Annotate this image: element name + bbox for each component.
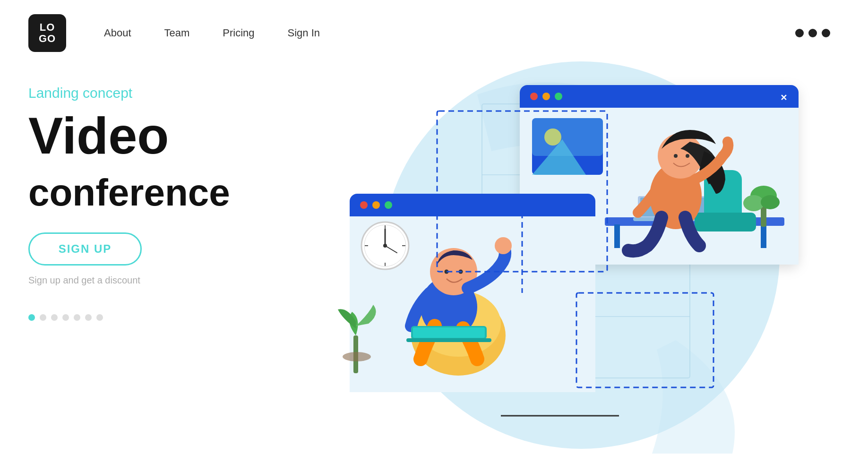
svg-rect-19 (761, 224, 766, 248)
svg-rect-36 (350, 207, 595, 216)
indicator-dot-7[interactable] (96, 314, 103, 321)
indicator-dot-5[interactable] (74, 314, 80, 321)
svg-point-8 (530, 93, 538, 100)
svg-rect-25 (695, 213, 756, 232)
svg-point-33 (761, 195, 780, 209)
hero-illustration: ✕ (265, 66, 868, 463)
svg-rect-7 (520, 98, 799, 108)
menu-dot-3 (822, 29, 830, 37)
nav-pricing[interactable]: Pricing (223, 27, 254, 39)
svg-rect-17 (532, 118, 603, 156)
svg-point-53 (343, 352, 371, 361)
svg-point-10 (555, 93, 562, 100)
nav-about[interactable]: About (104, 27, 131, 39)
svg-rect-61 (406, 338, 491, 342)
hero-title-line2: conference (28, 171, 230, 214)
indicator-dot-1[interactable] (28, 314, 35, 321)
nav-team[interactable]: Team (164, 27, 190, 39)
hero-title-line1: Video (28, 106, 169, 164)
svg-point-39 (385, 201, 392, 209)
svg-point-29 (686, 154, 689, 158)
header: LO GO About Team Pricing Sign In (0, 0, 868, 66)
logo[interactable]: LO GO (28, 14, 66, 52)
illustration-svg: ✕ (250, 57, 841, 454)
indicator-dot-4[interactable] (62, 314, 69, 321)
svg-point-38 (372, 201, 380, 209)
menu-dot-2 (808, 29, 817, 37)
indicator-dot-3[interactable] (51, 314, 58, 321)
hero-section: Landing concept Video conference SIGN UP… (0, 66, 265, 463)
navigation: About Team Pricing Sign In (104, 27, 320, 39)
sign-up-button[interactable]: SIGN UP (28, 232, 142, 266)
slide-indicators (28, 314, 236, 321)
svg-point-37 (360, 201, 368, 209)
menu-dot-1 (795, 29, 804, 37)
discount-text: Sign up and get a discount (28, 275, 236, 286)
svg-rect-60 (413, 327, 485, 338)
svg-point-28 (674, 154, 678, 158)
svg-text:✕: ✕ (780, 93, 787, 103)
indicator-dot-6[interactable] (85, 314, 92, 321)
hero-title: Video conference (28, 110, 236, 214)
landing-concept-label: Landing concept (28, 85, 236, 101)
svg-rect-20 (614, 224, 620, 248)
nav-signin[interactable]: Sign In (288, 27, 320, 39)
indicator-dot-2[interactable] (40, 314, 46, 321)
svg-point-58 (495, 237, 512, 254)
main-content: Landing concept Video conference SIGN UP… (0, 66, 868, 463)
svg-point-9 (542, 93, 550, 100)
more-menu[interactable] (795, 29, 830, 37)
